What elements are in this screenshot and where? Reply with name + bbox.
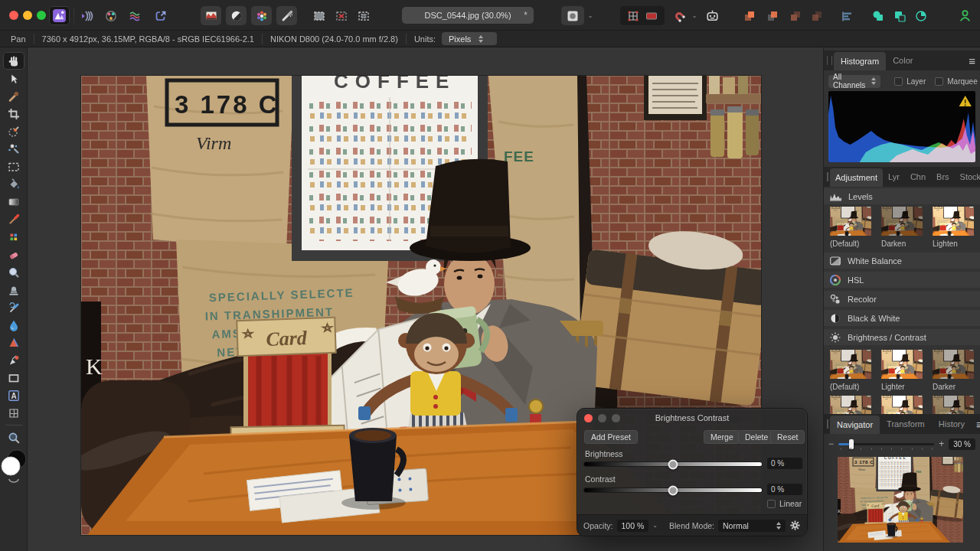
channel-dropdown[interactable]: All Channels <box>828 75 880 88</box>
tab-navigator[interactable]: Navigator <box>830 416 880 434</box>
clone-stamp-tool[interactable] <box>3 281 24 298</box>
preset-bc-darker[interactable]: Darker <box>933 350 974 393</box>
flood-fill-tool[interactable] <box>3 175 24 193</box>
blur-tool[interactable] <box>3 316 24 334</box>
text-tool[interactable]: A <box>3 386 24 404</box>
geometry-add-button[interactable] <box>868 6 888 25</box>
pixel-tool[interactable] <box>3 228 24 246</box>
view-tool[interactable] <box>3 52 24 70</box>
units-stepper[interactable] <box>479 35 483 43</box>
tab-layers[interactable]: Lyr <box>883 167 905 187</box>
brightness-contrast-dialog[interactable]: Brightness Contrast Add Preset Merge Del… <box>577 408 808 536</box>
color-selector[interactable] <box>1 448 27 483</box>
panel-menu-icon[interactable]: ≡ <box>972 414 980 434</box>
tab-brushes[interactable]: Brs <box>931 167 955 187</box>
auto-levels-button[interactable] <box>201 6 221 25</box>
adjustment-levels-row[interactable]: Levels <box>824 188 980 204</box>
panel-grip[interactable] <box>827 172 828 181</box>
crop-tool[interactable] <box>3 105 24 122</box>
mask-preview-dropdown[interactable]: ⌄ <box>585 6 596 25</box>
layer-checkbox[interactable] <box>894 77 903 86</box>
move-forward-button[interactable] <box>763 6 782 25</box>
zoom-slider[interactable] <box>838 443 934 445</box>
blend-mode-stepper[interactable] <box>776 522 781 530</box>
undo-brush-tool[interactable] <box>3 298 24 316</box>
zoom-tool[interactable] <box>3 429 24 446</box>
transform-grid-icon[interactable] <box>626 9 640 23</box>
deselect-button[interactable] <box>332 6 351 25</box>
move-backward-button[interactable] <box>786 6 805 25</box>
dialog-minimize-button[interactable] <box>598 414 606 422</box>
eraser-tool[interactable] <box>3 246 24 263</box>
contrast-slider[interactable] <box>584 488 762 492</box>
dialog-close-button[interactable] <box>584 414 593 422</box>
marquee-tool[interactable] <box>3 158 24 175</box>
tab-transform[interactable]: Transform <box>880 414 932 434</box>
paint-brush-tool[interactable] <box>3 210 24 228</box>
panel-menu-icon[interactable]: ≡ <box>964 51 980 70</box>
dodge-brush-tool[interactable] <box>3 263 24 281</box>
zoom-out-button[interactable]: − <box>828 439 834 449</box>
navigator-preview[interactable] <box>838 457 963 543</box>
adjustment-hsl-row[interactable]: HSL <box>824 272 980 288</box>
geometry-subtract-button[interactable] <box>890 6 910 25</box>
preset-partial[interactable] <box>881 396 923 414</box>
window-zoom-button[interactable] <box>37 11 46 20</box>
brightness-value[interactable]: 0 % <box>767 458 802 469</box>
move-tool[interactable] <box>3 70 24 87</box>
channel-stepper[interactable] <box>871 77 876 85</box>
units-dropdown[interactable]: Pixels <box>442 32 497 45</box>
panel-grip[interactable] <box>827 56 832 65</box>
snapping-button[interactable] <box>669 6 689 25</box>
add-preset-button[interactable]: Add Preset <box>584 430 638 444</box>
preset-levels-darken[interactable]: Darken <box>881 207 923 249</box>
linear-checkbox[interactable] <box>767 500 776 508</box>
layer-checkbox-group[interactable]: Layer <box>894 77 926 86</box>
window-close-button[interactable] <box>9 11 18 20</box>
zoom-in-button[interactable]: + <box>939 439 944 449</box>
move-to-back-button[interactable] <box>807 6 827 25</box>
mesh-warp-tool[interactable] <box>3 404 24 422</box>
color-picker-tool[interactable] <box>3 87 24 105</box>
tab-color[interactable]: Color <box>886 51 920 70</box>
mask-preview-button[interactable] <box>561 6 584 25</box>
adjustment-black-white-row[interactable]: Black & White <box>824 310 980 326</box>
zoom-value[interactable]: 30 % <box>949 439 975 450</box>
selection-brush-tool[interactable] <box>3 122 24 140</box>
tab-stock[interactable]: Stock <box>955 167 980 187</box>
contrast-value[interactable]: 0 % <box>767 484 802 495</box>
marquee-checkbox-group[interactable]: Marquee <box>935 77 977 86</box>
dialog-zoom-button[interactable] <box>612 414 620 422</box>
opacity-dropdown-icon[interactable]: ⌄ <box>652 522 658 529</box>
preset-partial[interactable] <box>830 396 871 414</box>
gear-icon[interactable] <box>789 520 801 531</box>
adjustment-brightness-contrast-row[interactable]: Brightness / Contrast <box>824 329 980 345</box>
account-button[interactable] <box>954 6 975 25</box>
snapping-dropdown[interactable]: ⌄ <box>689 6 700 25</box>
alignment-button[interactable] <box>838 6 858 25</box>
linear-checkbox-group[interactable]: Linear <box>767 499 802 508</box>
auto-contrast-button[interactable] <box>226 6 247 25</box>
opacity-value[interactable]: 100 % <box>617 520 649 532</box>
photo-persona-button[interactable] <box>49 6 70 25</box>
tab-history[interactable]: History <box>932 414 972 434</box>
panel-grip[interactable] <box>827 419 828 429</box>
auto-colors-button[interactable] <box>251 6 272 25</box>
preset-bc-default[interactable]: (Default) <box>830 350 871 393</box>
merge-button[interactable]: Merge <box>704 430 740 444</box>
geometry-divide-button[interactable] <box>911 6 931 25</box>
preset-levels-default[interactable]: (Default) <box>830 207 871 249</box>
liquify-persona-button[interactable] <box>77 6 96 25</box>
adjustment-white-balance-row[interactable]: White Balance <box>824 253 980 269</box>
tab-adjustment[interactable]: Adjustment <box>830 168 883 187</box>
move-to-front-button[interactable] <box>740 6 760 25</box>
select-all-button[interactable] <box>309 6 329 25</box>
flood-select-tool[interactable] <box>3 140 24 158</box>
brightness-slider-thumb[interactable] <box>668 459 678 469</box>
gradient-tool[interactable] <box>3 193 24 210</box>
tab-histogram[interactable]: Histogram <box>834 52 886 70</box>
color-swatch-icon[interactable] <box>645 9 658 23</box>
preset-levels-lighten[interactable]: Lighten <box>933 207 974 249</box>
tone-mapping-persona-button[interactable] <box>126 6 145 25</box>
reset-button[interactable]: Reset <box>770 430 805 444</box>
